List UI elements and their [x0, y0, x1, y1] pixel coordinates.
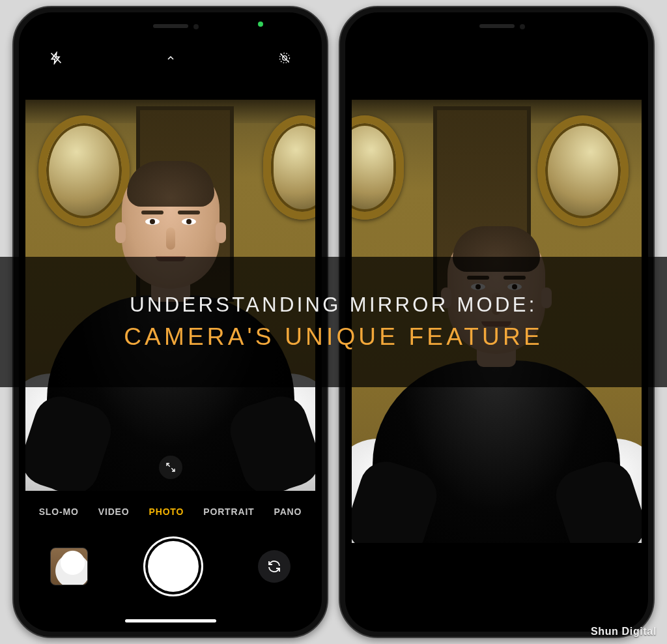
- speaker-grille: [153, 24, 188, 28]
- flash-toggle-button[interactable]: [45, 47, 67, 69]
- home-indicator[interactable]: [125, 619, 216, 622]
- camera-flip-icon: [266, 559, 282, 574]
- shutter-button[interactable]: [148, 541, 199, 592]
- camera-flip-button[interactable]: [258, 550, 291, 583]
- mode-video[interactable]: VIDEO: [98, 506, 130, 517]
- camera-mode-strip[interactable]: SLO-MO VIDEO PHOTO PORTRAIT PANO: [25, 500, 315, 523]
- mode-pano[interactable]: PANO: [274, 506, 302, 517]
- notch: [102, 16, 239, 37]
- camera-options-button[interactable]: [160, 47, 182, 69]
- thumbnail-image: [51, 548, 87, 585]
- live-photo-button[interactable]: [274, 47, 296, 69]
- camera-bottom-bar: [25, 527, 315, 606]
- svg-line-4: [167, 463, 170, 467]
- mode-slomo[interactable]: SLO-MO: [39, 506, 79, 517]
- front-camera-dot: [193, 24, 199, 29]
- recording-indicator-icon: [258, 22, 263, 27]
- chevron-up-icon: [165, 53, 176, 63]
- camera-top-controls: [25, 42, 315, 74]
- flash-off-icon: [50, 51, 63, 65]
- photo-letterbox-bottom: [352, 543, 642, 628]
- front-camera-dot: [520, 24, 525, 29]
- mode-photo[interactable]: PHOTO: [149, 506, 184, 517]
- svg-line-3: [280, 53, 289, 62]
- overlay-line-2: CAMERA'S UNIQUE FEATURE: [124, 323, 543, 351]
- live-photo-off-icon: [278, 51, 291, 65]
- watermark-label: Shun Digital: [591, 626, 657, 637]
- mode-portrait[interactable]: PORTRAIT: [203, 506, 254, 517]
- zoom-arrows-icon: [165, 462, 176, 473]
- photo-library-thumbnail[interactable]: [50, 548, 88, 585]
- comparison-stage: SLO-MO VIDEO PHOTO PORTRAIT PANO: [0, 0, 667, 644]
- title-overlay: UNDERSTANDING MIRROR MODE: CAMERA'S UNIQ…: [0, 257, 667, 387]
- speaker-grille: [479, 24, 515, 28]
- overlay-line-1: UNDERSTANDING MIRROR MODE:: [130, 293, 537, 317]
- svg-line-5: [171, 468, 175, 471]
- zoom-toggle-button[interactable]: [159, 456, 182, 479]
- notch: [429, 16, 565, 37]
